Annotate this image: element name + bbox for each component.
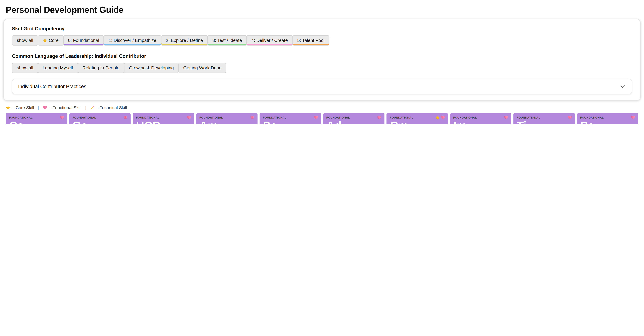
card-symbol: Sc	[263, 120, 318, 124]
filter-button-leading-myself[interactable]: Leading Myself	[38, 63, 78, 73]
card-icons	[631, 115, 636, 120]
filter-button-growing-developing[interactable]: Growing & Developing	[124, 63, 179, 73]
filter-button-label: 2: Explore / Define	[166, 38, 203, 43]
brain-icon	[377, 115, 382, 120]
card-icons	[377, 115, 382, 120]
brain-icon	[60, 115, 64, 120]
card-header: FOUNDATIONAL	[263, 115, 318, 120]
card-category-label: FOUNDATIONAL	[72, 115, 96, 119]
competency-heading: Skill Grid Competency	[12, 26, 634, 31]
card-symbol: Co	[72, 120, 128, 124]
star-icon	[435, 115, 440, 120]
card-symbol: Cm	[390, 120, 445, 124]
chevron-down-icon	[620, 83, 626, 90]
skill-card[interactable]: FOUNDATIONAL HCDHuman Centered Design Ma…	[133, 113, 194, 124]
card-category-label: FOUNDATIONAL	[453, 115, 477, 119]
skill-card[interactable]: FOUNDATIONAL ImImpact	[450, 113, 511, 124]
card-category-label: FOUNDATIONAL	[580, 115, 604, 119]
brain-icon	[123, 115, 128, 120]
filter-button-label: Getting Work Done	[183, 66, 222, 70]
card-symbol: Am	[200, 120, 255, 124]
card-header: FOUNDATIONAL	[580, 115, 636, 120]
filter-button-4-deliver-create[interactable]: 4: Deliver / Create	[246, 35, 293, 46]
card-header: FOUNDATIONAL	[326, 115, 382, 120]
filter-button-label: 3: Test / Ideate	[212, 38, 242, 43]
filter-button-label: Leading Myself	[42, 66, 73, 70]
brain-icon	[568, 115, 572, 120]
skill-card[interactable]: FOUNDATIONAL CsCognitive Science	[6, 113, 67, 124]
card-header: FOUNDATIONAL	[453, 115, 508, 120]
brain-icon	[314, 115, 318, 120]
filter-button-label: show all	[17, 66, 33, 70]
filter-button-label: Relating to People	[82, 66, 120, 70]
practices-label: Individual Contributor Practices	[18, 84, 86, 89]
practices-accordion[interactable]: Individual Contributor Practices	[12, 79, 632, 94]
filter-button-5-talent-pool[interactable]: 5: Talent Pool	[292, 35, 330, 46]
legend-item: = Functional Skill	[42, 105, 82, 110]
filter-button-relating-to-people[interactable]: Relating to People	[78, 63, 124, 73]
card-category-label: FOUNDATIONAL	[390, 115, 414, 119]
card-icons	[60, 115, 64, 120]
legend-item-label: = Core Skill	[12, 105, 34, 110]
card-header: FOUNDATIONAL	[136, 115, 191, 120]
card-category-label: FOUNDATIONAL	[136, 115, 160, 119]
card-header: FOUNDATIONAL	[390, 115, 445, 120]
competency-filter-row: show all Core0: Foundational1: Discover …	[12, 35, 634, 46]
card-icons	[187, 115, 191, 120]
card-category-label: FOUNDATIONAL	[263, 115, 286, 119]
brain-icon	[631, 115, 636, 120]
filter-button-label: show all	[17, 38, 33, 43]
legend-separator: |	[38, 105, 39, 110]
card-icons	[123, 115, 128, 120]
card-symbol: Ti	[517, 120, 572, 124]
card-symbol: Cs	[9, 120, 64, 124]
filter-button-label: 5: Talent Pool	[297, 38, 325, 43]
legend-separator: |	[85, 105, 86, 110]
filter-button-show-all[interactable]: show all	[12, 63, 38, 73]
card-header: FOUNDATIONAL	[72, 115, 128, 120]
filter-panel: Skill Grid Competency show all Core0: Fo…	[3, 19, 641, 100]
skill-card[interactable]: FOUNDATIONAL AdAdvisement	[323, 113, 384, 124]
filter-button-2-explore-define[interactable]: 2: Explore / Define	[161, 35, 208, 46]
card-category-label: FOUNDATIONAL	[9, 115, 32, 119]
skill-card[interactable]: FOUNDATIONAL ScScope & Influence	[260, 113, 321, 124]
star-icon	[6, 105, 10, 110]
filter-button-label: Core	[49, 38, 58, 43]
card-header: FOUNDATIONAL	[9, 115, 64, 120]
card-category-label: FOUNDATIONAL	[517, 115, 540, 119]
legend-item-label: = Technical Skill	[96, 105, 127, 110]
filter-button-show-all[interactable]: show all	[12, 35, 38, 46]
star-icon	[42, 38, 47, 43]
skill-card[interactable]: FOUNDATIONAL TiTime Management	[513, 113, 575, 124]
filter-button-getting-work-done[interactable]: Getting Work Done	[178, 63, 226, 73]
page-title: Personal Development Guide	[6, 5, 638, 15]
brain-icon	[504, 115, 508, 120]
legend-item: = Technical Skill	[90, 105, 127, 110]
filter-button-0-foundational[interactable]: 0: Foundational	[63, 35, 104, 46]
leadership-filter-row: show allLeading MyselfRelating to People…	[12, 63, 634, 73]
legend-item-label: = Functional Skill	[49, 105, 82, 110]
skill-card[interactable]: FOUNDATIONAL CoCollaboration	[69, 113, 131, 124]
legend-item: = Core Skill	[6, 105, 34, 110]
skill-grid: FOUNDATIONAL CsCognitive ScienceFOUNDATI…	[6, 113, 638, 124]
filter-button-core[interactable]: Core	[38, 35, 64, 46]
leadership-heading: Common Language of Leadership: Individua…	[12, 53, 634, 59]
card-icons	[568, 115, 572, 120]
filter-button-1-discover-empathize[interactable]: 1: Discover / Empathize	[104, 35, 161, 46]
skill-card[interactable]: FOUNDATIONAL AmAmbiguity	[196, 113, 258, 124]
filter-button-label: 4: Deliver / Create	[252, 38, 288, 43]
brain-icon	[187, 115, 191, 120]
card-symbol: Im	[453, 120, 508, 124]
filter-button-3-test-ideate[interactable]: 3: Test / Ideate	[208, 35, 247, 46]
skill-card[interactable]: FOUNDATIONAL CmCommunication	[386, 113, 448, 124]
skill-card[interactable]: FOUNDATIONAL PePeople Management	[577, 113, 638, 124]
card-header: FOUNDATIONAL	[200, 115, 255, 120]
card-category-label: FOUNDATIONAL	[200, 115, 223, 119]
card-symbol: Pe	[580, 120, 636, 124]
filter-button-label: Growing & Developing	[129, 66, 174, 70]
card-icons	[314, 115, 318, 120]
card-icons	[250, 115, 254, 120]
filter-button-label: 0: Foundational	[68, 38, 99, 43]
page: Personal Development Guide Skill Grid Co…	[0, 0, 644, 124]
filter-button-label: 1: Discover / Empathize	[108, 38, 156, 43]
